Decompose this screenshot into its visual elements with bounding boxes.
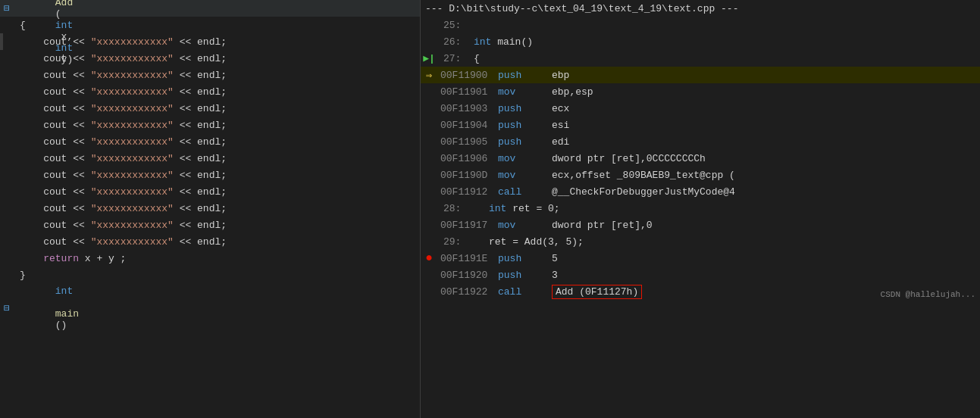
open-brace-line: { (0, 17, 420, 33)
cout-line-6: cout << "xxxxxxxxxxxx" << endl; (0, 117, 420, 133)
src-line-29: 29: ret = Add(3, 5); (421, 233, 980, 250)
cout-line-11: cout << "xxxxxxxxxxxx" << endl; (0, 200, 420, 217)
disasm-00f11922: 00F11922 call Add (0F11127h) CSDN @halle… (421, 283, 980, 300)
cout-line-4: cout << "xxxxxxxxxxxx" << endl; (0, 83, 420, 100)
disasm-00f11906: 00F11906 mov dword ptr [ret],0CCCCCCCCh (421, 150, 980, 167)
src-line-28: 28: int ret = 0; (421, 200, 980, 217)
csdn-watermark: CSDN @hallelujah... (881, 290, 975, 299)
disasm-00f1190d: 00F1190D mov ecx,offset _809BAEB9_text@c… (421, 167, 980, 183)
cout-line-10: cout << "xxxxxxxxxxxx" << endl; (0, 183, 420, 200)
disasm-00f11905: 00F11905 push edi (421, 133, 980, 150)
cout-line-12: cout << "xxxxxxxxxxxx" << endl; (0, 217, 420, 233)
highlighted-call-target: Add (0F11127h) (552, 285, 642, 299)
src-line-25: 25: (421, 17, 980, 33)
collapse-icon[interactable]: ⊟ (0, 2, 14, 14)
debugger-step-icon: ▶| (423, 52, 435, 64)
disasm-00f11900: ⇒ 00F11900 push ebp (421, 67, 980, 83)
src-line-26: 26: int main() (421, 33, 980, 50)
function-name: Add (55, 0, 73, 8)
right-disasm-panel: --- D:\bit\study--c\text_04_19\text_4_19… (421, 0, 980, 418)
cout-line-5: cout << "xxxxxxxxxxxx" << endl; (0, 100, 420, 117)
disasm-00f11903: 00F11903 push ecx (421, 100, 980, 117)
left-code-panel: ⊟ inline int Add ( int x, int y) { cout … (0, 0, 421, 418)
disasm-00f11920: 00F11920 push 3 (421, 267, 980, 283)
disasm-00f11901: 00F11901 mov ebp,esp (421, 83, 980, 100)
disasm-00f11917: 00F11917 mov dword ptr [ret],0 (421, 217, 980, 233)
disasm-00f1191e: ● 00F1191E push 5 (421, 250, 980, 267)
cout-line-8: cout << "xxxxxxxxxxxx" << endl; (0, 150, 420, 167)
cout-line-2: cout << "xxxxxxxxxxxx" << endl; (0, 50, 420, 67)
disasm-00f11904: 00F11904 push esi (421, 117, 980, 133)
cout-line-9: cout << "xxxxxxxxxxxx" << endl; (0, 167, 420, 183)
cout-line-7: cout << "xxxxxxxxxxxx" << endl; (0, 133, 420, 150)
file-header: --- D:\bit\study--c\text_04_19\text_4_19… (421, 0, 980, 17)
cout-line-3: cout << "xxxxxxxxxxxx" << endl; (0, 67, 420, 83)
function-header: ⊟ inline int Add ( int x, int y) (0, 0, 420, 17)
cout-line-13: cout << "xxxxxxxxxxxx" << endl; (0, 233, 420, 250)
breakpoint-icon: ● (425, 252, 433, 264)
main-header: ⊟ int main () (0, 300, 420, 317)
disasm-00f11912: 00F11912 call @__CheckForDebuggerJustMyC… (421, 183, 980, 200)
return-line: return x + y ; (0, 250, 420, 267)
main-collapse-icon[interactable]: ⊟ (0, 302, 14, 314)
current-instruction-arrow: ⇒ (426, 69, 432, 82)
src-line-27: ▶| 27: { (421, 50, 980, 67)
cout-line-1: cout << "xxxxxxxxxxxx" << endl; (0, 33, 420, 50)
